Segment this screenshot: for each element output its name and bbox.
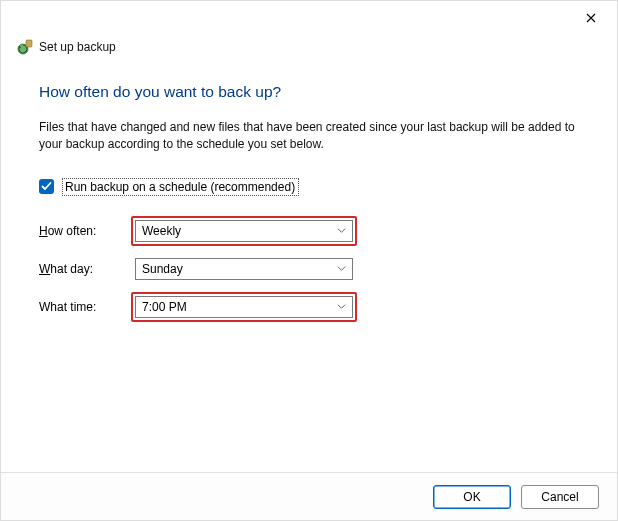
chevron-down-icon: [337, 226, 346, 235]
what-day-value: Sunday: [142, 262, 183, 276]
dialog-footer: OK Cancel: [1, 472, 617, 520]
how-often-row: How often: Weekly: [39, 220, 579, 242]
content-area: How often do you want to back up? Files …: [39, 83, 579, 334]
window-title-row: Set up backup: [17, 39, 116, 55]
what-day-select-wrap: Sunday: [135, 258, 353, 280]
page-heading: How often do you want to back up?: [39, 83, 579, 101]
what-time-select[interactable]: 7:00 PM: [135, 296, 353, 318]
how-often-select-wrap: Weekly: [135, 220, 353, 242]
chevron-down-icon: [337, 264, 346, 273]
backup-icon: [17, 39, 33, 55]
what-day-select[interactable]: Sunday: [135, 258, 353, 280]
what-day-label: What day:: [39, 262, 135, 276]
close-icon: [586, 12, 596, 26]
cancel-button[interactable]: Cancel: [521, 485, 599, 509]
svg-rect-1: [26, 40, 32, 47]
what-time-value: 7:00 PM: [142, 300, 187, 314]
ok-button[interactable]: OK: [433, 485, 511, 509]
schedule-checkbox-row[interactable]: Run backup on a schedule (recommended): [39, 178, 579, 196]
window-title: Set up backup: [39, 40, 116, 54]
what-time-label: What time:: [39, 300, 135, 314]
schedule-checkbox[interactable]: [39, 179, 54, 194]
what-time-select-wrap: 7:00 PM: [135, 296, 353, 318]
how-often-label: How often:: [39, 224, 135, 238]
what-day-row: What day: Sunday: [39, 258, 579, 280]
close-button[interactable]: [579, 7, 603, 31]
schedule-checkbox-label: Run backup on a schedule (recommended): [62, 178, 299, 196]
how-often-value: Weekly: [142, 224, 181, 238]
how-often-select[interactable]: Weekly: [135, 220, 353, 242]
what-time-row: What time: 7:00 PM: [39, 296, 579, 318]
page-description: Files that have changed and new files th…: [39, 119, 579, 154]
chevron-down-icon: [337, 302, 346, 311]
